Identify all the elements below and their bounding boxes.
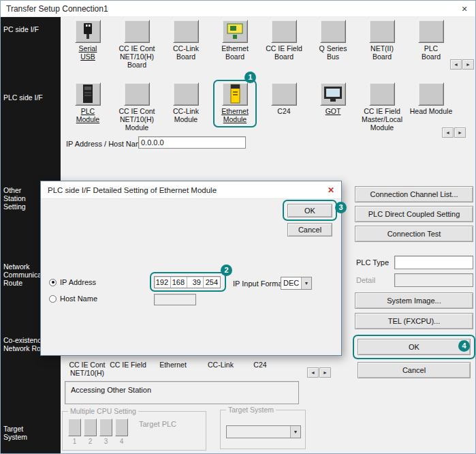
cpu2-button[interactable]	[84, 419, 97, 436]
cpu3-button[interactable]	[99, 419, 112, 436]
scroll-left-button[interactable]: ◄	[450, 59, 462, 70]
pc-if-q-series-bus[interactable]: Q Series Bus	[308, 20, 358, 61]
sidebar-label-pc-side-if: PC side I/F	[3, 25, 58, 33]
window-close-button[interactable]: ✕	[454, 1, 475, 17]
pc-if-net2-board[interactable]: NET(II) Board	[358, 20, 407, 61]
plc-if-cc-link-module[interactable]: CC-Link Module	[161, 82, 210, 123]
cpu2-number: 2	[84, 438, 97, 445]
pc-if-plc-board[interactable]: PLC Board	[407, 20, 456, 61]
scroll-right-button[interactable]: ►	[454, 127, 466, 138]
scroll-right-button[interactable]: ►	[462, 59, 474, 70]
cpu1-number: 1	[68, 438, 81, 445]
connection-test-button[interactable]: Connection Test	[355, 226, 473, 242]
pc-if-serial-usb[interactable]: Serial USB	[63, 20, 112, 61]
host-name-radio[interactable]: Host Name	[49, 294, 97, 303]
right-arrow-icon: ►	[466, 62, 471, 67]
cpu4-button[interactable]	[115, 419, 128, 436]
target-system-group: Target System ▼	[220, 410, 306, 449]
sidebar-label-target-system: Target System	[3, 425, 34, 441]
pc-if-ethernet-board[interactable]: Ethernet Board	[210, 20, 259, 61]
plc-if-scroll: ◄ ►	[442, 127, 466, 138]
q-series-bus-icon[interactable]	[320, 20, 346, 43]
c24-icon[interactable]	[271, 82, 297, 106]
host-name-input[interactable]	[154, 294, 196, 305]
target-system-select[interactable]: ▼	[226, 425, 301, 438]
main-cancel-button[interactable]: Cancel	[358, 362, 471, 378]
window-title: Transfer Setup Connection1	[6, 1, 108, 17]
pc-if-cc-ie-field-board[interactable]: CC IE Field Board	[259, 20, 308, 61]
ip-input-format-select[interactable]: DEC ▼	[281, 277, 312, 290]
scroll-left-button[interactable]: ◄	[442, 127, 454, 138]
dropdown-arrow-icon[interactable]: ▼	[301, 277, 311, 289]
step3-badge: 3	[335, 202, 347, 213]
cpu1-button[interactable]	[68, 419, 81, 436]
target-system-value	[227, 426, 290, 438]
head-module-icon[interactable]	[418, 82, 444, 106]
cpu3-number: 3	[99, 438, 112, 445]
plc-if-c24[interactable]: C24	[259, 82, 308, 115]
ip-address-radio[interactable]: IP Address	[49, 278, 96, 286]
pc-if-cc-ie-field-board-label: CC IE Field Board	[259, 44, 308, 61]
close-icon: ✕	[328, 185, 334, 195]
ethernet-board-icon[interactable]	[222, 20, 248, 43]
cc-link-module-icon[interactable]	[173, 82, 199, 106]
dialog-cancel-button[interactable]: Cancel	[287, 223, 332, 237]
accessing-other-station-text: Accessing Other Station	[71, 386, 151, 394]
got-icon[interactable]	[320, 82, 346, 106]
multiple-cpu-setting-group: Multiple CPU Setting 1 2 3 4 Target PLC	[62, 411, 206, 451]
ip-octet-2[interactable]: 168	[171, 277, 187, 288]
net2-board-icon[interactable]	[369, 20, 395, 43]
scroll-right-button[interactable]: ►	[319, 367, 331, 378]
multiple-cpu-setting-label: Multiple CPU Setting	[68, 407, 138, 415]
ethernet-module-icon[interactable]	[222, 82, 248, 106]
pc-if-plc-board-label: PLC Board	[407, 44, 456, 61]
plc-if-cc-ie-field-master-local[interactable]: CC IE Field Master/Local Module	[358, 82, 407, 132]
plc-if-ethernet-module[interactable]: Ethernet Module	[210, 82, 259, 123]
cc-ie-field-board-icon[interactable]	[271, 20, 297, 43]
sidebar-label-other-station-setting: Other Station Setting	[3, 186, 37, 211]
tel-fxcpu-button[interactable]: TEL (FXCPU)...	[355, 313, 473, 329]
system-image-button[interactable]: System Image...	[355, 292, 473, 309]
plc-if-got[interactable]: GOT	[308, 82, 358, 115]
ip-input-format-value: DEC	[281, 277, 301, 289]
dialog-title: PLC side I/F Detailed Setting of Etherne…	[48, 181, 217, 199]
pc-if-cc-ie-cont-board[interactable]: CC IE Cont NET/10(H) Board	[112, 20, 161, 69]
plc-type-value	[394, 256, 473, 269]
dropdown-arrow-icon[interactable]: ▼	[290, 426, 300, 438]
plc-board-icon[interactable]	[418, 20, 444, 43]
sidebar-label-plc-side-if: PLC side I/F	[3, 93, 58, 102]
serial-usb-icon[interactable]	[75, 20, 101, 43]
ip-input-format-label: IP Input Format	[233, 279, 285, 288]
plc-if-cc-ie-cont-module[interactable]: CC IE Cont NET/10(H) Module	[112, 82, 161, 132]
plc-if-cc-ie-cont-module-label: CC IE Cont NET/10(H) Module	[112, 107, 161, 132]
pc-if-cc-link-board[interactable]: CC-Link Board	[161, 20, 210, 61]
connection-channel-list-button[interactable]: Connection Channel List...	[355, 186, 473, 202]
plc-if-plc-module[interactable]: PLC Module	[63, 82, 112, 123]
ip-host-input[interactable]: 0.0.0.0	[138, 136, 246, 149]
ip-octet-4[interactable]: 254	[204, 277, 220, 288]
transfer-setup-window: Transfer Setup Connection1 ✕ PC side I/F…	[0, 0, 476, 454]
plc-if-head-module[interactable]: Head Module	[407, 82, 456, 115]
right-arrow-icon: ►	[458, 130, 462, 135]
ip-octet-3[interactable]: 39	[187, 277, 204, 288]
pc-if-cc-ie-cont-board-label: CC IE Cont NET/10(H) Board	[112, 44, 161, 69]
cc-ie-cont-board-icon[interactable]	[124, 20, 150, 43]
cc-ie-field-master-local-icon[interactable]	[369, 82, 395, 106]
ip-address-octets[interactable]: 192 168 39 254	[154, 276, 221, 288]
dialog-close-button[interactable]: ✕	[325, 184, 337, 196]
cc-link-board-icon[interactable]	[173, 20, 199, 43]
ip-octet-1[interactable]: 192	[155, 277, 171, 288]
pc-if-cc-link-board-label: CC-Link Board	[161, 44, 210, 61]
main-ok-button[interactable]: OK	[358, 339, 471, 355]
left-arrow-icon: ◄	[445, 130, 450, 135]
plc-if-cc-link-module-label: CC-Link Module	[161, 107, 210, 123]
plc-if-cc-ie-field-master-local-label: CC IE Field Master/Local Module	[358, 107, 407, 132]
scroll-left-button[interactable]: ◄	[307, 367, 319, 378]
plc-if-plc-module-label: PLC Module	[63, 107, 112, 123]
plc-module-icon[interactable]	[75, 82, 101, 106]
cc-ie-cont-module-icon[interactable]	[124, 82, 150, 106]
pc-if-net2-board-label: NET(II) Board	[358, 44, 407, 61]
dialog-ok-button[interactable]: OK	[287, 204, 332, 217]
plc-direct-coupled-setting-button[interactable]: PLC Direct Coupled Setting	[355, 206, 473, 222]
pc-if-q-series-bus-label: Q Series Bus	[308, 44, 358, 61]
